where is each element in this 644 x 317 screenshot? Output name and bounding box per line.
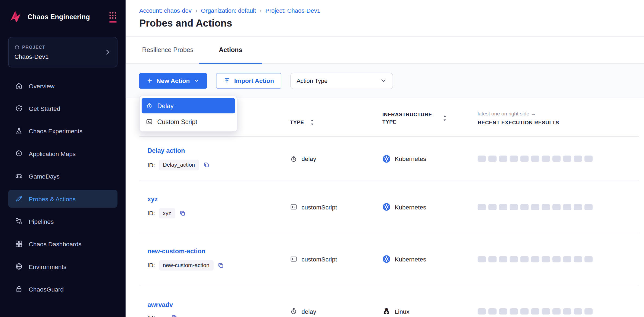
linux-icon: [382, 307, 391, 315]
new-action-button[interactable]: New Action: [139, 73, 207, 89]
action-name-link[interactable]: awrvadv: [147, 301, 290, 309]
breadcrumb-organization-link[interactable]: Organization: default: [201, 7, 256, 14]
execution-result-placeholder: [520, 156, 529, 162]
script-icon: [290, 255, 297, 263]
copy-icon[interactable]: [179, 210, 186, 217]
action-name-link[interactable]: new-custom-action: [147, 247, 290, 255]
breadcrumb-project-link[interactable]: Project: Chaos-Dev1: [265, 7, 320, 14]
action-name-link[interactable]: xyz: [147, 195, 290, 203]
sidebar-item-label: Pipelines: [29, 218, 54, 225]
action-type-cell: delay: [290, 155, 382, 162]
execution-result-placeholder: [552, 156, 561, 162]
import-action-label: Import Action: [234, 77, 274, 84]
sidebar-item-chaos-experiments[interactable]: Chaos Experiments: [8, 122, 117, 140]
execution-result-placeholder: [552, 256, 561, 262]
tab-resilience-probes[interactable]: Resilience Probes: [140, 37, 196, 63]
action-id-chip: new-custom-action: [159, 260, 214, 271]
action-type-value: delay: [301, 308, 316, 315]
hexagon-icon: [15, 150, 23, 158]
breadcrumb-separator: ›: [195, 7, 197, 14]
action-type-cell: delay: [290, 308, 382, 315]
flask-icon: [15, 127, 23, 135]
infrastructure-value: Kubernetes: [395, 203, 426, 211]
column-header-recent-executions: latest one on right side → RECENT EXECUT…: [478, 111, 639, 126]
infrastructure-value: Kubernetes: [395, 155, 426, 162]
action-id-chip: xyz: [159, 208, 175, 219]
action-name-cell: new-custom-action ID: new-custom-action: [139, 247, 290, 271]
tabbar: Resilience Probes Actions: [126, 37, 644, 64]
sort-icon[interactable]: [310, 119, 314, 125]
stopwatch-icon: [146, 102, 153, 109]
sidebar-item-get-started[interactable]: Get Started: [8, 99, 117, 118]
sidebar-item-probes-and-actions[interactable]: Probes & Actions: [8, 190, 117, 208]
sidebar-item-gamedays[interactable]: GameDays: [8, 167, 117, 185]
sidebar-item-application-maps[interactable]: Application Maps: [8, 144, 117, 163]
pipeline-icon: [15, 217, 23, 225]
sidebar-item-label: Overview: [29, 82, 54, 89]
execution-result-placeholder: [584, 204, 593, 210]
copy-icon[interactable]: [203, 161, 210, 169]
sidebar-item-chaosguard[interactable]: ChaosGuard: [8, 280, 117, 298]
action-name-cell: awrvadv ID:: [139, 301, 290, 317]
toolbar: New Action Import Action Action Type: [126, 64, 644, 98]
project-selector[interactable]: PROJECT Chaos-Dev1: [8, 37, 117, 67]
execution-result-placeholder: [563, 308, 571, 314]
dashboard-grid-icon: [15, 240, 23, 248]
sort-icon[interactable]: [443, 115, 447, 121]
menu-item-delay[interactable]: Delay: [142, 98, 235, 113]
table-row: awrvadv ID: delay Linux: [139, 285, 639, 317]
execution-result-placeholder: [499, 204, 507, 210]
new-action-label: New Action: [156, 77, 190, 84]
kubernetes-icon: [382, 255, 391, 263]
sidebar-item-pipelines[interactable]: Pipelines: [8, 212, 117, 230]
action-type-filter-value: Action Type: [297, 77, 327, 84]
chevron-right-icon: [104, 48, 111, 56]
table-row: xyz ID: xyz customScript Kubernetes: [139, 181, 639, 233]
action-name-link[interactable]: Delay action: [147, 147, 290, 154]
tab-actions[interactable]: Actions: [199, 37, 262, 63]
import-action-button[interactable]: Import Action: [216, 73, 281, 89]
sidebar-item-label: Get Started: [29, 105, 60, 112]
breadcrumb-separator: ›: [260, 7, 262, 14]
execution-result-placeholder: [510, 308, 518, 314]
execution-result-placeholder: [531, 256, 539, 262]
sidebar-item-chaos-dashboards[interactable]: Chaos Dashboards: [8, 235, 117, 253]
script-icon: [146, 118, 153, 125]
execution-result-placeholder: [488, 156, 497, 162]
project-name: Chaos-Dev1: [14, 53, 49, 60]
project-cube-icon: [14, 44, 20, 50]
execution-result-placeholder: [499, 256, 507, 262]
execution-result-placeholder: [510, 204, 518, 210]
execution-result-placeholder: [520, 308, 529, 314]
execution-result-placeholder: [584, 156, 593, 162]
sidebar-item-environments[interactable]: Environments: [8, 257, 117, 276]
breadcrumb-account-link[interactable]: Account: chaos-dev: [139, 7, 192, 14]
column-header-label: INFRASTRUCTURE TYPE: [382, 111, 437, 126]
execution-result-placeholder: [520, 204, 529, 210]
execution-result-placeholder: [563, 156, 571, 162]
sidebar-item-overview[interactable]: Overview: [8, 77, 117, 95]
infrastructure-cell: Linux: [382, 307, 478, 315]
sidebar: Chaos Engineering PROJECT: [0, 0, 126, 317]
execution-result-placeholder: [531, 156, 539, 162]
copy-icon[interactable]: [171, 314, 178, 317]
execution-result-placeholder: [510, 256, 518, 262]
chevron-down-icon: [380, 77, 387, 84]
execution-result-placeholder: [542, 256, 550, 262]
recent-executions-hint: latest one on right side →: [478, 111, 639, 117]
copy-icon[interactable]: [217, 262, 224, 269]
execution-result-placeholder: [574, 308, 582, 314]
menu-item-custom-script[interactable]: Custom Script: [142, 114, 235, 129]
main-content: Account: chaos-dev › Organization: defau…: [126, 0, 644, 317]
column-header-type: TYPE: [290, 119, 382, 125]
module-grid-icon[interactable]: [109, 11, 117, 22]
home-icon: [15, 82, 23, 90]
get-started-icon: [15, 104, 23, 112]
action-type-filter[interactable]: Action Type: [290, 72, 393, 89]
lock-icon: [15, 285, 23, 293]
column-header-label: RECENT EXECUTION RESULTS: [478, 120, 639, 125]
infrastructure-cell: Kubernetes: [382, 255, 478, 263]
menu-item-label: Delay: [157, 102, 173, 109]
sidebar-item-label: Chaos Dashboards: [29, 240, 82, 247]
breadcrumb: Account: chaos-dev › Organization: defau…: [139, 7, 644, 14]
